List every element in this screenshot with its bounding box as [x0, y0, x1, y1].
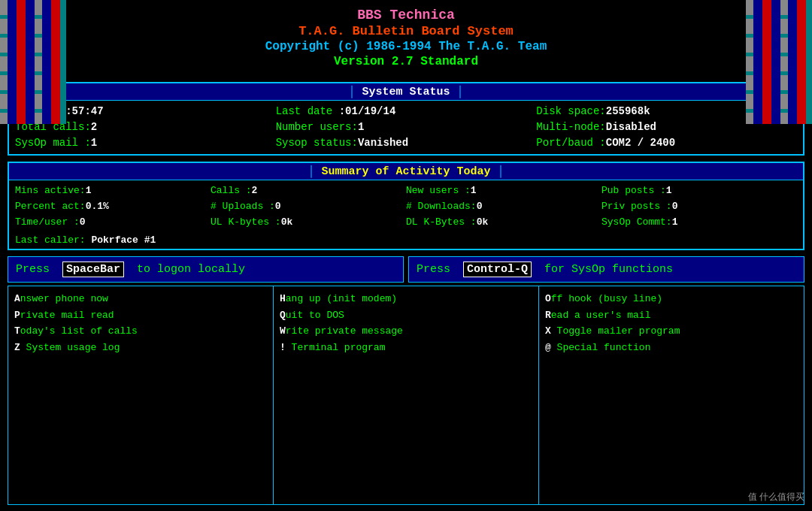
status-sysopmail: SysOp mail :1: [15, 135, 276, 151]
svg-rect-22: [753, 0, 762, 124]
svg-rect-8: [0, 75, 8, 90]
menu-item-h[interactable]: Hang up (init modem): [280, 291, 532, 307]
svg-rect-1: [8, 0, 17, 124]
svg-rect-26: [746, 19, 753, 34]
svg-rect-13: [35, 38, 42, 53]
activity-privposts: Priv posts :0: [601, 199, 797, 215]
press-label-2: Press: [417, 263, 450, 276]
activity-mins: Mins active:1: [15, 183, 211, 199]
status-content: Time :16:57:47 Last date :01/19/14 Disk …: [9, 101, 803, 154]
svg-rect-40: [797, 0, 806, 124]
menu-item-exclaim[interactable]: ! Terminal program: [280, 340, 532, 355]
activity-ulkbytes: UL K-bytes :0k: [211, 215, 406, 231]
activity-box: │ Summary of Activity Today │ Mins activ…: [8, 162, 804, 250]
activity-content: Mins active:1 Calls :2 New users :1 Pub …: [9, 180, 803, 233]
activity-title: │ Summary of Activity Today │: [308, 165, 504, 178]
corner-decoration-left: [0, 0, 66, 124]
svg-rect-25: [746, 0, 753, 15]
svg-rect-14: [35, 56, 42, 71]
svg-rect-19: [51, 0, 60, 124]
menu-column-1: Answer phone now Private mail read Today…: [8, 286, 273, 505]
status-numberusers: Number users:1: [276, 119, 537, 135]
bracket-right: │: [450, 86, 464, 98]
press-bars: Press SpaceBar to logon locally Press Co…: [8, 256, 804, 283]
spacebar-key[interactable]: SpaceBar: [62, 262, 124, 277]
menu-item-p[interactable]: Private mail read: [14, 307, 267, 323]
system-status-header: │ System Status │: [9, 83, 803, 101]
svg-rect-7: [0, 56, 8, 71]
svg-rect-17: [35, 113, 42, 124]
watermark: 值 什么值得买: [748, 491, 804, 503]
svg-rect-36: [780, 75, 788, 90]
svg-rect-37: [780, 94, 788, 109]
svg-rect-9: [0, 94, 8, 109]
svg-rect-10: [0, 113, 8, 124]
svg-rect-6: [0, 38, 8, 53]
bracket-left: │: [348, 86, 362, 98]
title-copyright: Copyright (c) 1986-1994 The T.A.G. Team: [75, 40, 737, 53]
activity-percent: Percent act:0.1%: [15, 199, 211, 215]
activity-header: │ Summary of Activity Today │: [9, 163, 803, 180]
svg-rect-38: [780, 113, 788, 124]
press-label-1: Press: [16, 263, 50, 276]
menu-item-t[interactable]: Today's list of calls: [14, 323, 267, 339]
svg-rect-16: [35, 94, 42, 109]
svg-rect-30: [746, 94, 753, 109]
main-container: BBS Technica T.A.G. Bulletin Board Syste…: [0, 0, 812, 511]
svg-rect-31: [746, 113, 753, 124]
svg-rect-12: [35, 19, 42, 34]
svg-rect-33: [780, 19, 788, 34]
press-suffix-1: to logon locally: [137, 263, 245, 276]
menu-item-z[interactable]: Z System usage log: [14, 340, 267, 355]
corner-decoration-right: [746, 0, 812, 124]
activity-dlkbytes: DL K-Bytes :0k: [406, 215, 601, 231]
svg-rect-15: [35, 75, 42, 90]
svg-rect-24: [771, 0, 780, 124]
system-status-box: │ System Status │ Time :16:57:47 Last da…: [8, 82, 804, 156]
title-version: Version 2.7 Standard: [75, 55, 737, 68]
activity-timeuser: Time/user :0: [15, 215, 211, 231]
svg-rect-3: [26, 0, 35, 124]
svg-rect-41: [806, 0, 812, 124]
menu-item-w[interactable]: Write private message: [280, 323, 532, 339]
svg-rect-18: [42, 0, 51, 124]
svg-rect-23: [762, 0, 771, 124]
press-suffix-2: for SysOp functions: [544, 263, 673, 276]
activity-downloads: # Downloads:0: [406, 199, 601, 215]
menu-column-3: Off hook (busy line) Read a user's mail …: [538, 286, 804, 505]
menu-item-a[interactable]: Answer phone now: [14, 291, 267, 307]
last-caller-row: Last caller: Pokrface #1: [9, 233, 803, 249]
svg-rect-32: [780, 0, 788, 15]
header-area: BBS Technica T.A.G. Bulletin Board Syste…: [0, 0, 812, 76]
activity-calls: Calls :2: [211, 183, 406, 199]
menu-column-2: Hang up (init modem) Quit to DOS Write p…: [273, 286, 538, 505]
menu-item-at[interactable]: @ Special function: [545, 340, 798, 355]
svg-rect-28: [746, 56, 753, 71]
controlq-key[interactable]: Control-Q: [463, 262, 532, 277]
menu-item-q[interactable]: Quit to DOS: [280, 307, 532, 323]
activity-pubposts: Pub posts :1: [601, 183, 797, 199]
activity-sysopcommt: SysOp Commt:1: [601, 215, 797, 231]
menu-item-r[interactable]: Read a user's mail: [545, 307, 798, 323]
title-bbs: BBS Technica: [75, 8, 737, 23]
svg-rect-11: [35, 0, 42, 15]
menu-area: Answer phone now Private mail read Today…: [8, 286, 804, 505]
svg-rect-35: [780, 56, 788, 71]
svg-rect-29: [746, 75, 753, 90]
svg-rect-27: [746, 38, 753, 53]
last-caller-label: Last caller:: [15, 234, 86, 246]
svg-rect-4: [0, 0, 8, 15]
menu-item-o[interactable]: Off hook (busy line): [545, 291, 798, 307]
svg-rect-39: [788, 0, 797, 124]
press-bar-spacebar: Press SpaceBar to logon locally: [8, 256, 404, 283]
activity-uploads: # Uploads :0: [211, 199, 406, 215]
svg-rect-20: [60, 0, 66, 124]
system-status-title: │ System Status │: [348, 86, 463, 98]
status-sysopstatus: Sysop status:Vanished: [276, 135, 537, 151]
title-tag: T.A.G. Bulletin Board System: [75, 24, 737, 38]
press-bar-controlq: Press Control-Q for SysOp functions: [408, 256, 804, 283]
status-portbaud: Port/baud :COM2 / 2400: [536, 135, 797, 151]
activity-newusers: New users :1: [406, 183, 601, 199]
menu-item-x[interactable]: X Toggle mailer program: [545, 323, 798, 339]
svg-rect-5: [0, 19, 8, 34]
